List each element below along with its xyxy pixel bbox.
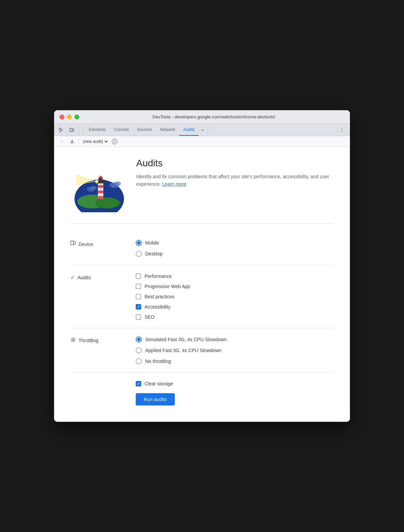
pwa-checkbox[interactable] [136,284,141,289]
throttle-simulated[interactable]: Simulated Fast 3G, 4x CPU Slowdown [136,336,227,343]
devtools-window: DevTools - developers.google.com/web/too… [54,110,350,422]
audits-row: ✓ Audits Performance Progressive Web App… [70,265,334,328]
lighthouse-illustration [70,158,125,212]
tab-network[interactable]: Network [156,124,179,136]
accessibility-checkbox[interactable] [136,304,141,310]
tab-icon-group [57,126,79,134]
svg-rect-28 [100,188,102,190]
stop-button[interactable] [112,138,118,145]
bottom-section: Clear storage Run audits [70,373,334,411]
svg-point-14 [114,182,121,186]
hero-text: Audits Identify and fix common problems … [136,158,334,188]
none-radio[interactable] [136,358,142,364]
titlebar: DevTools - developers.google.com/web/too… [54,110,350,124]
hero-section: Audits Identify and fix common problems … [70,158,334,212]
device-desktop-option[interactable]: Desktop [136,251,163,257]
audit-select-wrapper: (new audit) [82,139,109,144]
svg-rect-29 [71,241,73,245]
svg-line-3 [114,141,115,142]
performance-checkbox[interactable] [136,273,141,279]
audits-label: ✓ Audits [70,273,125,281]
simulated-radio-dot [137,338,140,341]
seo-checkbox[interactable] [136,314,141,320]
main-content: Audits Identify and fix common problems … [54,147,350,422]
tab-audits[interactable]: Audits [179,124,199,136]
device-mobile-option[interactable]: Mobile [136,240,163,246]
run-audits-button[interactable]: Run audits [136,393,175,405]
clear-storage-option[interactable]: Clear storage [136,381,173,386]
svg-point-27 [95,180,99,183]
clear-storage-checkbox[interactable] [136,381,141,386]
cursor-icon[interactable] [57,126,65,134]
hero-description: Identify and fix common problems that af… [136,173,334,188]
svg-rect-30 [73,242,75,245]
window-title: DevTools - developers.google.com/web/too… [83,114,344,119]
traffic-lights [60,115,79,119]
download-button[interactable] [68,138,76,145]
applied-radio[interactable] [136,347,142,353]
svg-rect-24 [99,178,102,180]
devtools-tab-bar: Elements Console Sources Network Audits … [54,124,350,136]
throttle-applied[interactable]: Applied Fast 3G, 4x CPU Slowdown [136,347,227,353]
audit-best-practices[interactable]: Best practices [136,294,190,299]
audit-performance[interactable]: Performance [136,273,190,279]
minimize-button[interactable] [67,115,72,119]
device-icon[interactable] [68,126,76,134]
svg-rect-0 [70,128,72,132]
throttling-row: Throttling Simulated Fast 3G, 4x CPU Slo… [70,328,334,373]
tab-more[interactable]: » [199,125,206,135]
devtools-menu[interactable]: ⋮ [337,124,347,135]
throttle-none[interactable]: No throttling [136,358,227,364]
svg-point-6 [93,173,94,174]
simulated-radio[interactable] [136,336,142,343]
gear-icon [70,337,76,344]
svg-rect-1 [72,129,74,131]
desktop-label: Desktop [145,251,163,256]
close-button[interactable] [60,115,64,119]
device-options: Mobile Desktop [136,240,163,257]
learn-more-link[interactable]: Learn more [162,181,187,187]
svg-point-16 [91,186,97,189]
svg-marker-25 [98,176,103,178]
mobile-radio-dot [137,241,140,245]
audit-select[interactable]: (new audit) [82,139,109,144]
device-icon [70,240,76,248]
svg-point-18 [95,197,120,208]
clear-storage-label: Clear storage [145,381,173,386]
hero-divider [70,223,334,223]
throttling-label: Throttling [70,336,125,344]
audit-options: Performance Progressive Web App Best pra… [136,273,190,320]
check-icon: ✓ [70,274,75,281]
throttling-options: Simulated Fast 3G, 4x CPU Slowdown Appli… [136,336,227,364]
audit-accessibility[interactable]: Accessibility [136,304,190,310]
maximize-button[interactable] [74,115,79,119]
toolbar-divider [79,139,79,144]
svg-point-8 [108,181,109,181]
tab-elements[interactable]: Elements [85,124,110,136]
device-label: Device [70,240,125,248]
mobile-label: Mobile [145,240,159,246]
hero-title: Audits [136,158,334,169]
tab-console[interactable]: Console [110,124,133,136]
audit-pwa[interactable]: Progressive Web App [136,284,190,289]
svg-point-11 [115,179,116,180]
svg-rect-20 [98,185,103,188]
mobile-radio[interactable] [136,240,142,246]
svg-rect-22 [98,196,103,199]
tab-sources[interactable]: Sources [133,124,156,136]
best-practices-checkbox[interactable] [136,294,141,299]
svg-point-7 [103,176,104,177]
audit-toolbar: + (new audit) [54,136,350,147]
device-row: Device Mobile Desktop [70,232,334,265]
svg-point-31 [72,339,74,341]
svg-rect-21 [98,190,103,193]
audit-seo[interactable]: SEO [136,314,190,320]
desktop-radio[interactable] [136,251,142,257]
add-audit-button[interactable]: + [58,138,66,145]
